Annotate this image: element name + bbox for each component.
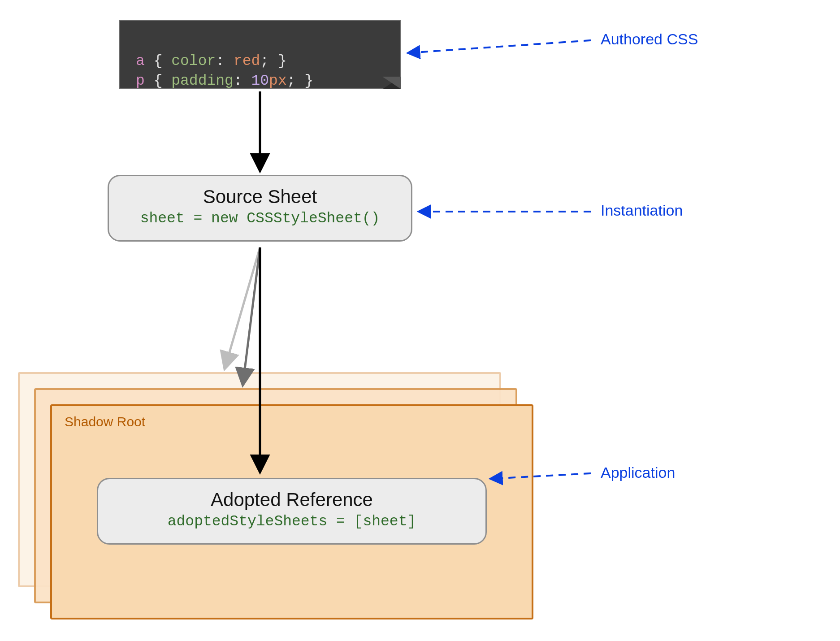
token-value-unit: px xyxy=(269,73,287,89)
token-value-num: 10 xyxy=(251,73,269,89)
annotation-authored-css: Authored CSS xyxy=(601,30,698,48)
token-property: padding xyxy=(171,73,234,89)
source-sheet-box: Source Sheet sheet = new CSSStyleSheet() xyxy=(108,175,412,242)
token-brace: { xyxy=(154,73,163,89)
arrow-source-to-card-mid xyxy=(243,247,260,384)
adopted-reference-code: adoptedStyleSheets = [sheet] xyxy=(112,513,472,530)
dog-ear-fold-icon xyxy=(382,77,401,89)
token-semi: ; xyxy=(287,73,296,89)
arrow-source-to-card-faded xyxy=(225,247,260,368)
token-colon: : xyxy=(216,53,225,69)
token-brace: } xyxy=(278,53,287,69)
token-brace: } xyxy=(304,73,313,89)
token-selector: p xyxy=(136,73,145,89)
annotation-instantiation: Instantiation xyxy=(601,202,683,219)
shadow-root-card: Shadow Root Adopted Reference adoptedSty… xyxy=(50,404,533,619)
shadow-root-stack: Shadow Root Adopted Reference adoptedSty… xyxy=(18,372,511,605)
source-sheet-title: Source Sheet xyxy=(122,186,398,208)
token-colon: : xyxy=(234,73,242,89)
token-property: color xyxy=(171,53,216,69)
token-brace: { xyxy=(154,53,163,69)
css-code-block: a { color: red; } p { padding: 10px; } xyxy=(119,20,401,89)
adopted-reference-box: Adopted Reference adoptedStyleSheets = [… xyxy=(97,478,487,545)
annotation-application: Application xyxy=(601,464,675,481)
annotation-arrow-authored xyxy=(409,40,591,53)
adopted-reference-title: Adopted Reference xyxy=(112,489,472,511)
source-sheet-code: sheet = new CSSStyleSheet() xyxy=(122,210,398,227)
shadow-root-label: Shadow Root xyxy=(65,414,145,429)
token-value: red xyxy=(234,53,260,69)
token-selector: a xyxy=(136,53,145,69)
token-semi: ; xyxy=(260,53,269,69)
